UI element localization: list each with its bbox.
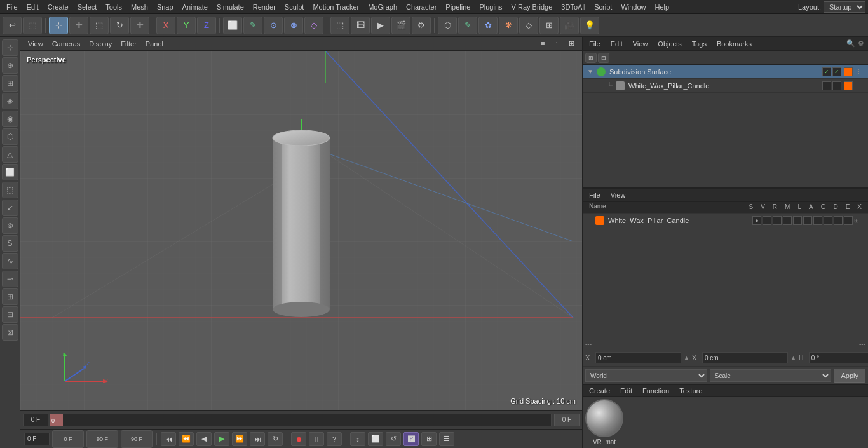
- deformer-tool-button[interactable]: ⊗: [284, 17, 303, 34]
- scale-dropdown[interactable]: Scale: [710, 369, 832, 382]
- material-thumbnail[interactable]: [585, 399, 623, 437]
- viewport-menu-view[interactable]: View: [24, 39, 47, 49]
- om-menu-edit[interactable]: Edit: [608, 39, 625, 49]
- viewport-menu-cameras[interactable]: Cameras: [48, 39, 85, 49]
- mm-menu-function[interactable]: Function: [640, 386, 672, 396]
- render-view-button[interactable]: ⬚: [330, 17, 349, 34]
- om-menu-view[interactable]: View: [630, 39, 651, 49]
- menu-3dtoall[interactable]: 3DToAll: [557, 2, 589, 12]
- grid-button[interactable]: ⊞: [539, 17, 559, 34]
- obj-swatch-2[interactable]: [844, 81, 853, 90]
- clone-button[interactable]: ❋: [499, 17, 518, 34]
- layout-dropdown[interactable]: Startup: [824, 1, 865, 13]
- viewport[interactable]: X Y Z Perspective Grid Spacing : 10 cm: [20, 51, 582, 410]
- sidebar-mode-4[interactable]: ◈: [2, 93, 18, 109]
- menu-file[interactable]: File: [3, 2, 22, 12]
- om-menu-file[interactable]: File: [587, 39, 603, 49]
- obj-check-1b[interactable]: ✓: [832, 67, 841, 76]
- paint-button[interactable]: ✎: [458, 17, 477, 34]
- om-toolbar-2[interactable]: ⊟: [598, 53, 609, 63]
- timeline-end-label[interactable]: 0 F: [554, 414, 580, 426]
- z-axis-button[interactable]: Z: [197, 17, 216, 34]
- attr-menu-file[interactable]: File: [587, 190, 603, 200]
- light-button[interactable]: 💡: [580, 17, 599, 34]
- timeline-start-frame[interactable]: 0 F: [23, 414, 48, 426]
- menu-snap[interactable]: Snap: [153, 2, 177, 12]
- sidebar-mode-1[interactable]: ⊹: [2, 39, 18, 56]
- camera-button[interactable]: 🎥: [560, 17, 579, 34]
- menu-select[interactable]: Select: [74, 2, 101, 12]
- record-button[interactable]: ⏺: [291, 432, 306, 446]
- sculpt-button[interactable]: ✿: [478, 17, 498, 34]
- next-frame-button[interactable]: ⏩: [232, 432, 247, 446]
- grid2-button[interactable]: ⊞: [421, 432, 437, 446]
- viewport-icon-1[interactable]: ≡: [537, 38, 548, 49]
- viewport-menu-filter[interactable]: Filter: [117, 39, 140, 49]
- object-row-subdivision[interactable]: ▼ Subdivision Surface ✓ ✓ ⋮: [583, 65, 868, 79]
- dope-button[interactable]: ☰: [439, 432, 454, 446]
- pause-button[interactable]: ⏸: [309, 432, 324, 446]
- menu-mograph[interactable]: MoGraph: [364, 2, 401, 12]
- om-toolbar-1[interactable]: ⊞: [585, 53, 597, 63]
- sidebar-poly-1[interactable]: ⬡: [2, 128, 18, 145]
- auto-key-button[interactable]: ↺: [386, 432, 401, 446]
- attr-check-x[interactable]: [844, 216, 853, 225]
- apply-button[interactable]: Apply: [834, 369, 865, 383]
- om-menu-objects[interactable]: Objects: [655, 39, 684, 49]
- viewport-icon-3[interactable]: ⊞: [565, 38, 578, 49]
- coord-h-field[interactable]: [809, 352, 868, 363]
- play-reverse-button[interactable]: ◀: [196, 432, 212, 446]
- menu-render[interactable]: Render: [249, 2, 280, 12]
- timeline-ruler[interactable]: 0: [50, 414, 552, 426]
- mm-menu-edit[interactable]: Edit: [618, 386, 635, 396]
- mm-menu-create[interactable]: Create: [587, 386, 613, 396]
- render-settings-button[interactable]: ⚙: [412, 17, 431, 34]
- play-button[interactable]: ▶: [214, 432, 229, 446]
- menu-animate[interactable]: Animate: [179, 2, 212, 12]
- nurbs-tool-button[interactable]: ⊙: [264, 17, 283, 34]
- menu-simulate[interactable]: Simulate: [213, 2, 248, 12]
- expand-icon-1[interactable]: ▼: [587, 68, 594, 76]
- sidebar-mode-3[interactable]: ⊞: [2, 75, 18, 92]
- help-button[interactable]: ?: [327, 432, 342, 446]
- menu-script[interactable]: Script: [590, 2, 616, 12]
- world-dropdown[interactable]: World: [585, 369, 707, 382]
- viewport-menu-display[interactable]: Display: [85, 39, 116, 49]
- spline-tool-button[interactable]: ✎: [243, 17, 262, 34]
- attr-check-v[interactable]: [763, 216, 771, 225]
- om-menu-tags[interactable]: Tags: [689, 39, 709, 49]
- loop-button[interactable]: ↻: [268, 432, 283, 446]
- sidebar-poly-2[interactable]: △: [2, 146, 18, 163]
- keyframe-button[interactable]: ⬜: [368, 432, 383, 446]
- attr-check-d[interactable]: [824, 216, 832, 225]
- move-tool-button[interactable]: ✛: [69, 17, 88, 34]
- sidebar-mode-5[interactable]: ◉: [2, 111, 18, 127]
- current-frame-field[interactable]: 0 F: [24, 433, 50, 445]
- menu-plugins[interactable]: Plugins: [475, 2, 506, 12]
- sidebar-poly-3[interactable]: ⬜: [2, 164, 18, 180]
- sidebar-bend-1[interactable]: ↙: [2, 200, 18, 216]
- attribute-row-candle[interactable]: — White_Wax_Pillar_Candle ● ⊞: [583, 214, 868, 227]
- attr-check-s[interactable]: ●: [752, 216, 761, 225]
- obj-check-2b[interactable]: [832, 81, 841, 90]
- menu-tools[interactable]: Tools: [102, 2, 126, 12]
- obj-check-1a[interactable]: ✓: [822, 67, 831, 76]
- render-animation-button[interactable]: 🎬: [391, 17, 410, 34]
- effector-tool-button[interactable]: ◇: [304, 17, 323, 34]
- obj-swatch-1[interactable]: [844, 67, 853, 76]
- x-axis-button[interactable]: X: [156, 17, 175, 34]
- viewport-icon-2[interactable]: ↑: [552, 38, 563, 49]
- frame-start-field[interactable]: 0 F: [52, 430, 84, 448]
- menu-motion-tracker[interactable]: Motion Tracker: [309, 2, 363, 12]
- sidebar-bend-4[interactable]: ∿: [2, 253, 18, 269]
- material-item-vr[interactable]: VR_mat: [585, 399, 623, 445]
- attr-check-a[interactable]: [803, 216, 812, 225]
- menu-pipeline[interactable]: Pipeline: [442, 2, 474, 12]
- obj-check-2a[interactable]: [822, 81, 831, 90]
- undo-button[interactable]: ↩: [3, 17, 22, 34]
- render-picture-button[interactable]: 🎞: [351, 17, 370, 34]
- sidebar-snap-1[interactable]: ⊸: [2, 271, 18, 287]
- sidebar-mode-2[interactable]: ⊕: [2, 57, 18, 74]
- attr-check-r[interactable]: [773, 216, 782, 225]
- viewport-menu-panel[interactable]: Panel: [142, 39, 167, 49]
